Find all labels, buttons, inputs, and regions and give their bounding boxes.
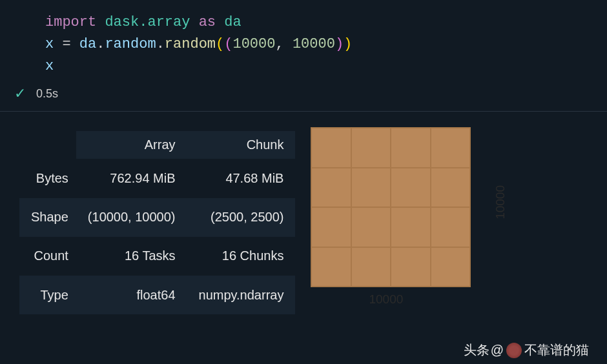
row-label: Bytes xyxy=(19,159,76,197)
alias-name: da xyxy=(224,14,241,30)
number-literal: 10000 xyxy=(232,36,275,52)
row-label: Shape xyxy=(19,198,76,237)
chunk-cell xyxy=(311,128,351,168)
chunk-grid xyxy=(311,127,471,287)
chunk-cell xyxy=(311,207,351,247)
variable: x xyxy=(45,58,54,74)
chunk-cell xyxy=(311,168,351,208)
keyword-import: import xyxy=(45,14,96,30)
table-header-row: Array Chunk xyxy=(19,131,295,159)
table-row: Type float64 numpy.ndarray xyxy=(19,276,295,314)
chunk-visualization: 10000 10000 xyxy=(311,127,498,314)
table-row: Bytes 762.94 MiB 47.68 MiB xyxy=(19,159,295,197)
table-row: Count 16 Tasks 16 Chunks xyxy=(19,237,295,276)
code-line-2: x = da.random.random((10000, 10000)) xyxy=(45,34,607,56)
watermark-prefix: 头条 xyxy=(464,341,489,359)
chunk-cell xyxy=(391,247,431,287)
check-icon: ✓ xyxy=(14,85,26,102)
code-cell: import dask.array as da x = da.random.ra… xyxy=(0,0,607,77)
chunk-cell xyxy=(351,168,391,208)
equals-operator: = xyxy=(62,36,70,52)
chunk-cell xyxy=(351,128,391,168)
chunk-cell xyxy=(391,207,431,247)
chunk-cell xyxy=(431,128,471,168)
variable: x xyxy=(45,36,54,52)
array-info-table: Array Chunk Bytes 762.94 MiB 47.68 MiB S… xyxy=(19,131,295,314)
cell-value: (2500, 2500) xyxy=(187,198,296,237)
keyword-as: as xyxy=(199,14,216,30)
module-name: dask.array xyxy=(105,14,190,30)
chunk-cell xyxy=(431,247,471,287)
execution-time: 0.5s xyxy=(36,87,58,101)
header-empty xyxy=(19,131,76,159)
chunk-cell xyxy=(431,207,471,247)
number-literal: 10000 xyxy=(293,36,335,52)
watermark-logo-icon xyxy=(506,343,522,358)
row-label: Count xyxy=(19,237,76,276)
chunk-cell xyxy=(351,247,391,287)
y-axis-label: 10000 xyxy=(493,185,507,219)
function-call: random xyxy=(165,36,216,52)
cell-value: float64 xyxy=(76,276,187,314)
header-array: Array xyxy=(76,131,187,159)
execution-status: ✓ 0.5s xyxy=(0,77,607,111)
chunk-cell xyxy=(351,207,391,247)
cell-value: (10000, 10000) xyxy=(76,198,187,237)
cell-value: 762.94 MiB xyxy=(76,159,187,197)
code-line-3: x xyxy=(45,56,607,77)
code-line-1: import dask.array as da xyxy=(45,12,607,34)
object-ref: da xyxy=(79,36,96,52)
watermark-name: 不靠谱的猫 xyxy=(524,341,589,359)
chunk-cell xyxy=(311,247,351,287)
table-row: Shape (10000, 10000) (2500, 2500) xyxy=(19,198,295,237)
cell-value: 16 Chunks xyxy=(187,237,296,276)
chunk-cell xyxy=(431,168,471,208)
watermark: 头条 @ 不靠谱的猫 xyxy=(464,341,589,359)
chunk-cell xyxy=(391,168,431,208)
row-label: Type xyxy=(19,276,76,314)
watermark-at: @ xyxy=(491,343,504,358)
cell-value: 16 Tasks xyxy=(76,237,187,276)
cell-value: numpy.ndarray xyxy=(187,276,296,314)
chunk-cell xyxy=(391,128,431,168)
attribute: random xyxy=(105,36,156,52)
cell-value: 47.68 MiB xyxy=(187,159,296,197)
output-area: Array Chunk Bytes 762.94 MiB 47.68 MiB S… xyxy=(0,112,607,314)
x-axis-label: 10000 xyxy=(369,292,403,307)
header-chunk: Chunk xyxy=(187,131,296,159)
